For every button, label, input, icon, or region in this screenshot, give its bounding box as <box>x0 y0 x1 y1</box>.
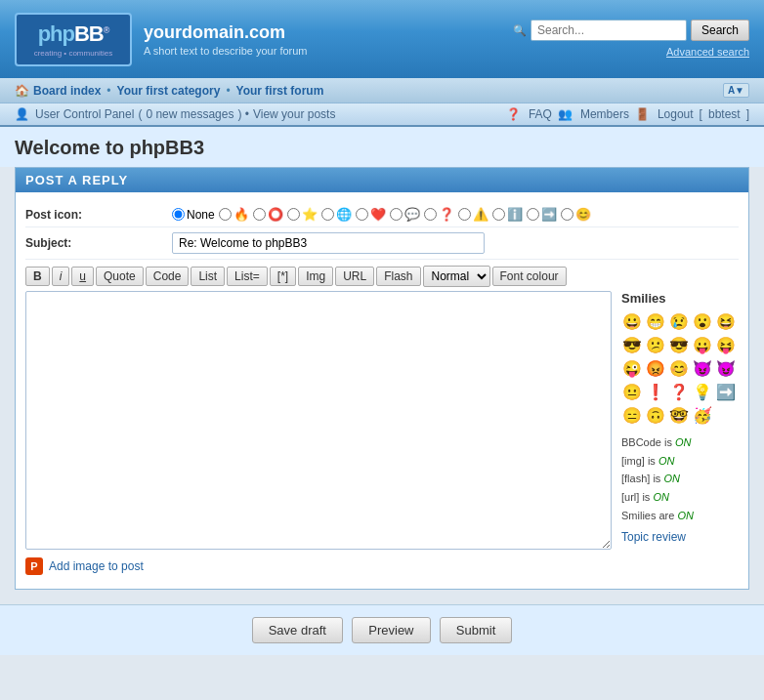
icon-none-radio[interactable] <box>172 208 185 221</box>
icon-warn-radio[interactable] <box>458 208 471 221</box>
icon-flame-option[interactable]: 🔥 <box>219 207 249 222</box>
user-link[interactable]: bbtest <box>708 107 741 121</box>
subject-input[interactable] <box>172 232 485 254</box>
smiley-16[interactable]: 😐 <box>621 381 643 402</box>
faq-link[interactable]: FAQ <box>529 107 552 121</box>
ucp-icon: 👤 <box>15 107 29 121</box>
icon-info-radio[interactable] <box>492 208 505 221</box>
icon-circle-radio[interactable] <box>253 208 266 221</box>
icon-heart-option[interactable]: ❤️ <box>356 207 386 222</box>
smiley-23[interactable]: 🤓 <box>668 404 690 426</box>
icon-q-option[interactable]: ❓ <box>424 207 454 222</box>
smiley-13[interactable]: 😊 <box>668 357 690 379</box>
italic-button[interactable]: i <box>52 267 70 286</box>
question-icon: ❓ <box>439 207 454 222</box>
smiley-21[interactable]: 😑 <box>621 404 643 426</box>
search-button[interactable]: Search <box>691 20 749 41</box>
logout-link[interactable]: Logout <box>658 107 694 121</box>
icon-arrow-radio[interactable] <box>527 208 539 221</box>
icon-none-option[interactable]: None <box>172 208 215 222</box>
icon-star-radio[interactable] <box>287 208 300 221</box>
logo[interactable]: phpBB® creating • communities <box>15 13 132 66</box>
font-colour-button[interactable]: Font colour <box>492 267 567 286</box>
quote-button[interactable]: Quote <box>96 267 144 286</box>
icon-smiley-radio[interactable] <box>561 208 573 221</box>
smilies-grid: 😀 😁 😢 😮 😆 😎 😕 😎 😛 😝 😜 😡 <box>621 310 739 426</box>
smiley-22[interactable]: 🙃 <box>645 404 666 426</box>
smiley-1[interactable]: 😀 <box>621 310 643 332</box>
breadcrumb-board-index[interactable]: Board index <box>33 84 101 98</box>
smiley-11[interactable]: 😜 <box>621 357 643 379</box>
flash-button[interactable]: Flash <box>376 267 420 286</box>
view-posts-link[interactable]: View your posts <box>253 107 336 121</box>
flame-icon: 🔥 <box>233 207 249 222</box>
submit-button[interactable]: Submit <box>440 617 512 643</box>
icon-globe-radio[interactable] <box>321 208 334 221</box>
search-input[interactable] <box>531 20 687 41</box>
smiley-5[interactable]: 😆 <box>715 310 737 332</box>
smiley-19[interactable]: 💡 <box>692 381 713 402</box>
img-status: ON <box>658 455 675 467</box>
underline-button[interactable]: u <box>71 267 94 286</box>
smiley-6[interactable]: 😎 <box>621 334 643 355</box>
smiley-7[interactable]: 😕 <box>645 334 666 355</box>
message-textarea[interactable] <box>25 291 612 550</box>
smiley-3[interactable]: 😢 <box>668 310 690 332</box>
preview-button[interactable]: Preview <box>352 617 430 643</box>
nav-bracket-open: [ <box>700 107 702 121</box>
icon-flame-radio[interactable] <box>219 208 232 221</box>
size-select[interactable]: Normal Small Large Huge <box>423 266 490 287</box>
advanced-search-link[interactable]: Advanced search <box>666 46 749 58</box>
flash-label: [flash] <box>621 473 650 484</box>
code-button[interactable]: Code <box>146 267 190 286</box>
smiley-15[interactable]: 😈 <box>715 357 737 379</box>
smilies-panel: Smilies 😀 😁 😢 😮 😆 😎 😕 😎 😛 😝 <box>621 291 739 550</box>
smiley-17[interactable]: ❗ <box>645 381 666 402</box>
smiley-12[interactable]: 😡 <box>645 357 666 379</box>
img-button[interactable]: Img <box>298 267 333 286</box>
url-button[interactable]: URL <box>335 267 374 286</box>
smiley-24[interactable]: 🥳 <box>692 404 713 426</box>
list-button[interactable]: List <box>191 267 225 286</box>
logo-registered: ® <box>104 24 109 34</box>
smiley-18[interactable]: ❓ <box>668 381 690 402</box>
bold-button[interactable]: B <box>25 267 50 286</box>
search-icon: 🔍 <box>513 24 527 37</box>
list-eq-button[interactable]: List= <box>227 267 268 286</box>
compose-area: Smilies 😀 😁 😢 😮 😆 😎 😕 😎 😛 😝 <box>25 291 739 550</box>
members-icon: 👥 <box>558 107 573 121</box>
smiley-20[interactable]: ➡️ <box>715 381 737 402</box>
members-link[interactable]: Members <box>580 107 629 121</box>
smiley-2[interactable]: 😁 <box>645 310 666 332</box>
icon-heart-radio[interactable] <box>356 208 368 221</box>
circle-icon: ⭕ <box>268 207 283 222</box>
page-title: Welcome to phpBB3 <box>15 137 749 159</box>
breadcrumb-category[interactable]: Your first category <box>117 84 221 98</box>
save-draft-button[interactable]: Save draft <box>252 617 343 643</box>
icon-speech-radio[interactable] <box>390 208 403 221</box>
icon-arrow-option[interactable]: ➡️ <box>527 207 557 222</box>
icon-globe-option[interactable]: 🌐 <box>321 207 352 222</box>
icon-speech-option[interactable]: 💬 <box>390 207 420 222</box>
ucp-link[interactable]: User Control Panel <box>35 107 134 121</box>
icon-star-option[interactable]: ⭐ <box>287 207 318 222</box>
star-icon: ⭐ <box>302 207 318 222</box>
icon-info-option[interactable]: ℹ️ <box>492 207 523 222</box>
search-area: 🔍 Search Advanced search <box>513 20 749 59</box>
smiley-8[interactable]: 😎 <box>668 334 690 355</box>
add-image-link[interactable]: Add image to post <box>49 559 144 573</box>
smiley-14[interactable]: 😈 <box>692 357 713 379</box>
icon-q-radio[interactable] <box>424 208 437 221</box>
topic-review-link[interactable]: Topic review <box>621 530 739 544</box>
search-row: 🔍 Search <box>513 20 749 41</box>
change-style-button[interactable]: A▼ <box>723 83 749 98</box>
smiley-10[interactable]: 😝 <box>715 334 737 355</box>
smiley-9[interactable]: 😛 <box>692 334 713 355</box>
breadcrumb-forum[interactable]: Your first forum <box>236 84 324 98</box>
icon-smiley-option[interactable]: 😊 <box>561 207 591 222</box>
smiley-4[interactable]: 😮 <box>692 310 713 332</box>
logout-icon: 🚪 <box>635 107 650 121</box>
icon-warn-option[interactable]: ⚠️ <box>458 207 488 222</box>
star-button[interactable]: [*] <box>270 267 296 286</box>
icon-circle-option[interactable]: ⭕ <box>253 207 283 222</box>
